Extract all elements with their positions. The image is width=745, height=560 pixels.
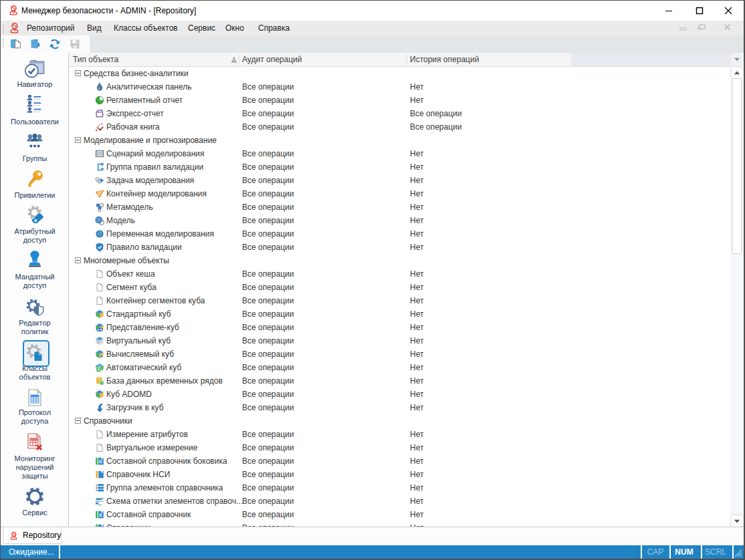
svg-text:A: A bbox=[97, 367, 100, 372]
